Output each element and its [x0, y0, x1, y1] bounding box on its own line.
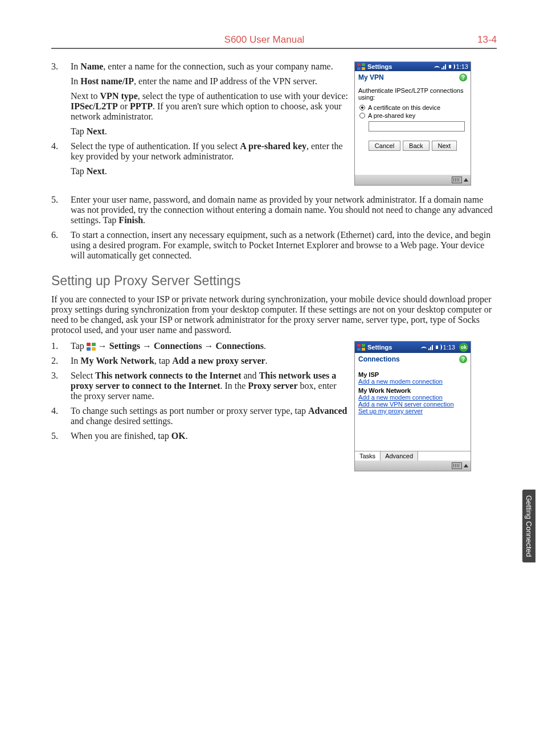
step-text: In Host name/IP, enter the name and IP a…	[71, 76, 349, 87]
device-bottombar	[355, 175, 471, 185]
add-vpn-link[interactable]: Add a new VPN server connection	[358, 401, 467, 408]
back-button[interactable]: Back	[403, 141, 429, 151]
help-icon[interactable]: ?	[459, 355, 467, 363]
step-3: 3. In Name, enter a name for the connect…	[71, 61, 349, 137]
step-number: 6.	[51, 230, 66, 240]
step-text: Tap Next.	[71, 126, 349, 137]
clock: 1:13	[456, 63, 468, 70]
device-bottombar	[355, 461, 471, 471]
setup-proxy-link[interactable]: Set up my proxy server	[358, 408, 467, 414]
auth-prompt: Authenticate IPSec/L2TP connections usin…	[358, 87, 467, 101]
step-text: Tap Next.	[71, 166, 349, 176]
device-tab-row: Tasks Advanced	[355, 451, 471, 461]
device-titlebar: Settings 1:13 ok	[355, 342, 471, 353]
step-number: 5.	[51, 431, 66, 441]
step-text: To change such settings as port number o…	[71, 406, 347, 426]
signal-icon	[428, 344, 434, 350]
page-header: S600 User Manual 13-4	[51, 34, 497, 48]
device-screenshot-connections: Settings 1:13 ok Connections ? My ISP	[354, 341, 471, 471]
device-screenshot-vpn: Settings 1:13 My VPN ? Authenticate IPSe…	[354, 61, 471, 186]
proxy-step-4: 4. To change such settings as port numbe…	[71, 406, 349, 426]
titlebar-label: Settings	[367, 344, 392, 351]
my-isp-heading: My ISP	[358, 371, 467, 378]
add-modem-link-isp[interactable]: Add a new modem connection	[358, 378, 467, 385]
keyboard-icon[interactable]	[452, 462, 462, 469]
connectivity-icon	[434, 64, 440, 69]
step-number: 3.	[51, 61, 66, 72]
step-5: 5. Enter your user name, password, and d…	[71, 195, 497, 225]
step-number: 1.	[51, 341, 66, 351]
windows-flag-icon	[357, 63, 365, 70]
menu-up-icon[interactable]	[464, 464, 468, 467]
windows-flag-icon	[357, 344, 365, 351]
section-heading: Setting up Proxy Server Settings	[51, 273, 497, 289]
proxy-step-2: 2. In My Work Network, tap Add a new pro…	[71, 356, 349, 366]
menu-up-icon[interactable]	[464, 178, 468, 182]
step-4: 4. Select the type of authentication. If…	[71, 141, 349, 176]
help-icon[interactable]: ?	[459, 73, 467, 81]
header-rule	[51, 48, 497, 49]
add-modem-link-work[interactable]: Add a new modem connection	[358, 394, 467, 401]
proxy-step-1: 1. Tap → Settings → Connections → Connec…	[71, 341, 349, 351]
volume-icon	[449, 64, 455, 69]
radio-certificate[interactable]: A certificate on this device	[359, 104, 467, 111]
cancel-button[interactable]: Cancel	[369, 141, 400, 151]
start-icon	[87, 343, 96, 351]
step-text: Tap → Settings → Connections → Connectio…	[71, 341, 266, 351]
step-text: Select the type of authentication. If yo…	[71, 141, 343, 161]
page-number: 13-4	[477, 34, 497, 46]
radio-label: A certificate on this device	[368, 104, 440, 111]
step-number: 2.	[51, 356, 66, 366]
radio-label: A pre-shared key	[368, 112, 415, 119]
step-text: Enter your user name, password, and doma…	[71, 195, 493, 225]
device-subtitle: My VPN	[358, 73, 384, 81]
step-number: 4.	[51, 141, 66, 151]
step-text: Select This network connects to the Inte…	[71, 371, 337, 401]
step-number: 5.	[51, 195, 66, 205]
radio-icon[interactable]	[359, 105, 365, 110]
tab-advanced[interactable]: Advanced	[381, 451, 418, 461]
next-button[interactable]: Next	[432, 141, 457, 151]
device-subtitle: Connections	[358, 355, 400, 363]
device-subtitle-row: My VPN ?	[355, 71, 471, 84]
step-number: 3.	[51, 371, 66, 381]
connectivity-icon	[421, 344, 427, 350]
step-text: Next to VPN type, select the type of aut…	[71, 91, 349, 122]
titlebar-label: Settings	[367, 63, 392, 70]
proxy-step-5: 5. When you are finished, tap OK.	[71, 431, 349, 441]
my-work-heading: My Work Network	[358, 387, 467, 394]
preshared-key-input[interactable]	[369, 121, 465, 132]
clock: 1:13	[443, 344, 455, 351]
manual-title: S600 User Manual	[224, 34, 305, 46]
step-6: 6. To start a connection, insert any nec…	[71, 230, 497, 261]
step-text: To start a connection, insert any necess…	[71, 230, 490, 260]
radio-icon[interactable]	[359, 113, 365, 118]
tab-tasks[interactable]: Tasks	[355, 451, 381, 461]
volume-icon	[436, 344, 441, 350]
keyboard-icon[interactable]	[452, 176, 462, 183]
step-text: When you are finished, tap OK.	[71, 431, 188, 441]
proxy-step-3: 3. Select This network connects to the I…	[71, 371, 349, 401]
section-paragraph: If you are connected to your ISP or priv…	[51, 294, 497, 335]
ok-button[interactable]: ok	[459, 343, 468, 352]
chapter-side-tab: Getting Connected	[522, 490, 535, 562]
step-text: In Name, enter a name for the connection…	[71, 61, 333, 71]
device-subtitle-row: Connections ?	[355, 353, 471, 365]
device-titlebar: Settings 1:13	[355, 62, 471, 71]
radio-preshared-key[interactable]: A pre-shared key	[359, 112, 467, 119]
signal-icon	[441, 64, 447, 69]
step-number: 4.	[51, 406, 66, 416]
step-text: In My Work Network, tap Add a new proxy …	[71, 356, 268, 365]
